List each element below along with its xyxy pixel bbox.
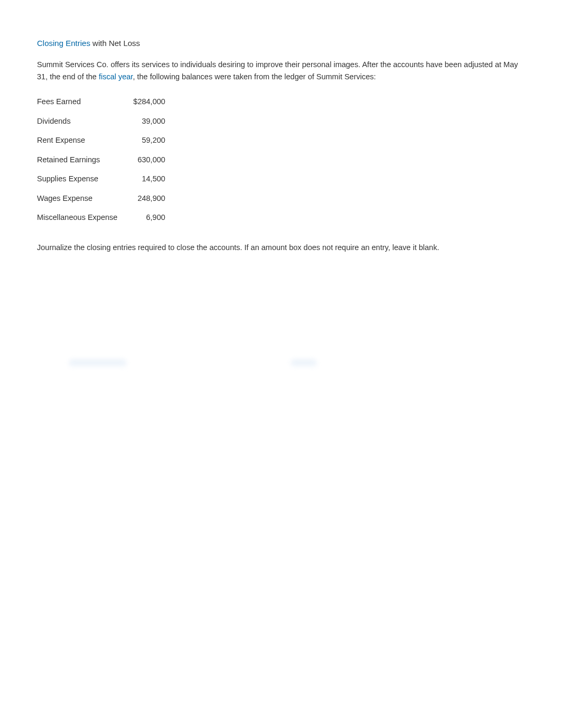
- account-name: Fees Earned: [37, 92, 123, 111]
- table-row: Wages Expense 248,900: [37, 189, 171, 208]
- account-name: Rent Expense: [37, 131, 123, 150]
- account-name: Dividends: [37, 112, 123, 131]
- blurred-bar: [69, 360, 127, 367]
- instruction-paragraph: Journalize the closing entries required …: [37, 242, 524, 253]
- intro-term: fiscal year: [99, 72, 133, 81]
- account-amount: 14,500: [123, 169, 170, 188]
- account-amount: 630,000: [123, 150, 170, 169]
- account-name: Miscellaneous Expense: [37, 208, 123, 227]
- table-row: Miscellaneous Expense 6,900: [37, 208, 171, 227]
- table-row: Dividends 39,000: [37, 112, 171, 131]
- blurred-bar: [291, 360, 317, 367]
- table-row: Rent Expense 59,200: [37, 131, 171, 150]
- table-row: Supplies Expense 14,500: [37, 169, 171, 188]
- intro-paragraph: Summit Services Co. offers its services …: [37, 59, 524, 82]
- account-amount: 248,900: [123, 189, 170, 208]
- table-row: Retained Earnings 630,000: [37, 150, 171, 169]
- account-amount: 39,000: [123, 112, 170, 131]
- intro-after: , the following balances were taken from…: [133, 72, 376, 81]
- account-name: Supplies Expense: [37, 169, 123, 188]
- heading: Closing Entries with Net Loss: [37, 37, 524, 49]
- account-name: Wages Expense: [37, 189, 123, 208]
- table-row: Fees Earned $284,000: [37, 92, 171, 111]
- heading-term: Closing Entries: [37, 39, 90, 48]
- account-amount: $284,000: [123, 92, 170, 111]
- ledger-table: Fees Earned $284,000 Dividends 39,000 Re…: [37, 92, 171, 227]
- account-name: Retained Earnings: [37, 150, 123, 169]
- heading-rest: with Net Loss: [90, 39, 140, 48]
- account-amount: 6,900: [123, 208, 170, 227]
- account-amount: 59,200: [123, 131, 170, 150]
- blurred-content: [37, 360, 524, 367]
